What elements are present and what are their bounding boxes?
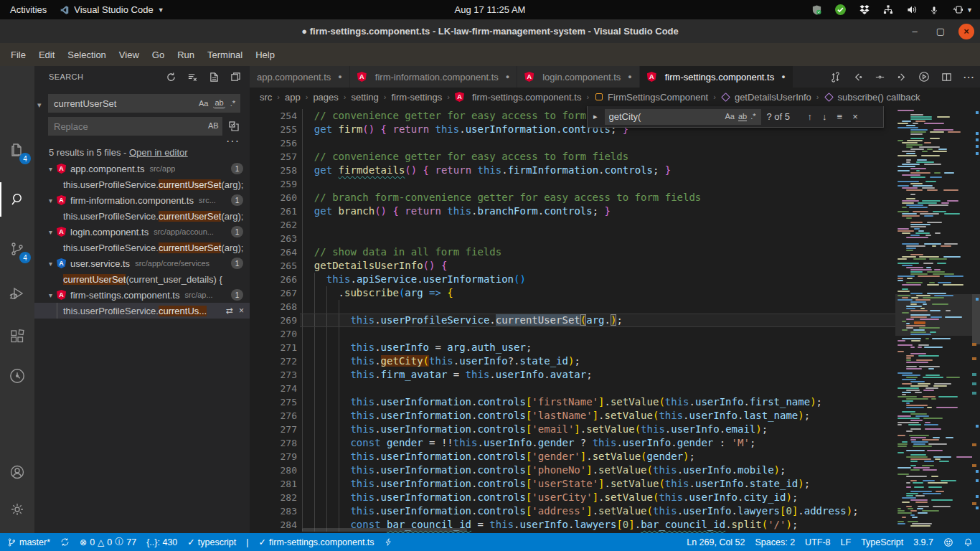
line-number[interactable]: 277 xyxy=(250,423,297,436)
code-line[interactable]: 259 xyxy=(250,177,895,191)
code-line[interactable]: 261 get branch() { return this.branchFor… xyxy=(250,204,895,218)
line-number[interactable]: 274 xyxy=(250,382,297,395)
code-line[interactable]: 280 this.userInformation.controls['phone… xyxy=(250,463,895,477)
code-line[interactable]: 263 xyxy=(250,232,895,245)
code-line[interactable]: 264 // show data in all form fields xyxy=(250,245,895,259)
next-change-icon[interactable] xyxy=(895,70,909,84)
app-menu[interactable]: Visual Studio Code ▼ xyxy=(60,4,164,15)
shield-status-icon[interactable] xyxy=(811,4,822,16)
code-line[interactable]: 262 xyxy=(250,218,895,232)
line-number[interactable]: 266 xyxy=(250,273,297,286)
git-compare-icon[interactable] xyxy=(828,70,842,84)
breadcrumb-item[interactable]: firm-settings.component.ts xyxy=(472,92,581,103)
line-number[interactable]: 261 xyxy=(250,204,297,218)
code-editor[interactable]: 254 // convenience getter for easy acces… xyxy=(250,106,895,533)
new-search-editor-icon[interactable] xyxy=(207,70,221,84)
code-line[interactable]: 275 this.userInformation.controls['first… xyxy=(250,395,895,409)
eol-setting[interactable]: LF xyxy=(841,537,852,547)
feedback-button[interactable] xyxy=(943,537,953,547)
code-line[interactable]: 267 .subscribe(arg => { xyxy=(250,286,895,300)
find-previous-icon[interactable]: ↑ xyxy=(806,111,815,122)
bracket-count-badge[interactable]: {..}: 430 xyxy=(146,537,177,547)
minimap[interactable] xyxy=(895,106,972,533)
code-line[interactable]: 282 this.userInformation.controls['userC… xyxy=(250,491,895,504)
toggle-replace-chevron[interactable]: ▾ xyxy=(37,100,42,110)
vertical-scrollbar-thumb[interactable] xyxy=(972,294,980,344)
previous-change-icon[interactable] xyxy=(850,70,864,84)
line-number[interactable]: 258 xyxy=(250,164,297,177)
whole-word-icon[interactable]: ab xyxy=(213,98,225,108)
replace-input[interactable] xyxy=(48,117,222,136)
find-in-selection-icon[interactable]: ≡ xyxy=(835,111,845,122)
tab-login.component.ts[interactable]: Alogin.component.ts● xyxy=(517,66,640,88)
horizontal-scrollbar[interactable] xyxy=(302,528,467,532)
breadcrumb-item[interactable]: subscribe() callback xyxy=(838,92,920,103)
code-line[interactable]: 276 this.userInformation.controls['lastN… xyxy=(250,409,895,423)
code-line[interactable]: 277 this.userInformation.controls['email… xyxy=(250,423,895,436)
line-number[interactable]: 282 xyxy=(250,491,297,504)
activity-account[interactable] xyxy=(0,455,34,489)
code-line[interactable]: 268 xyxy=(250,300,895,314)
line-number[interactable]: 270 xyxy=(250,327,297,341)
menu-file[interactable]: File xyxy=(4,46,32,64)
breadcrumb-item[interactable]: app xyxy=(285,92,301,103)
network-icon[interactable] xyxy=(882,4,894,15)
search-result-match[interactable]: this.userProfileService.currentUserSet(a… xyxy=(34,208,250,224)
find-next-icon[interactable]: ↓ xyxy=(820,111,829,122)
search-result-file[interactable]: ▾Auser.service.tssrc/app/core/services1 xyxy=(34,255,250,271)
breadcrumb-item[interactable]: getDetailsUserInfo xyxy=(735,92,811,103)
open-in-editor-link[interactable]: Open in editor xyxy=(129,147,188,158)
line-number[interactable]: 269 xyxy=(250,314,297,327)
line-number[interactable]: 268 xyxy=(250,300,297,314)
lint-status-file[interactable]: ✓firm-settings.component.ts xyxy=(259,537,374,547)
toggle-replace-chevron[interactable]: ▸ xyxy=(592,112,599,121)
minimize-button[interactable]: – xyxy=(907,24,923,39)
run-file-icon[interactable] xyxy=(917,70,931,84)
dropbox-indicator-icon[interactable] xyxy=(859,4,870,15)
activity-plugin[interactable] xyxy=(0,359,34,393)
regex-icon[interactable]: .* xyxy=(229,98,237,108)
code-line[interactable]: 257 // convenience getter for easy acces… xyxy=(250,150,895,164)
encoding-setting[interactable]: UTF-8 xyxy=(805,537,830,547)
tab-app.component.ts[interactable]: app.component.ts● xyxy=(250,66,350,88)
match-case-icon[interactable]: Aa xyxy=(197,98,209,108)
preserve-case-icon[interactable]: AB xyxy=(207,121,220,131)
tab-firm-settings.component.ts[interactable]: Afirm-settings.component.ts● xyxy=(640,66,793,88)
maximize-button[interactable]: ▢ xyxy=(933,24,948,39)
line-number[interactable]: 255 xyxy=(250,123,297,136)
split-editor-icon[interactable] xyxy=(939,70,953,84)
breadcrumb-item[interactable]: setting xyxy=(351,92,378,103)
problems-indicator[interactable]: ⊗0 △0 ⓘ77 xyxy=(80,536,136,548)
cursor-position[interactable]: Ln 269, Col 52 xyxy=(687,537,745,547)
notifications-button[interactable] xyxy=(963,537,973,547)
refresh-icon[interactable] xyxy=(164,70,178,84)
line-number[interactable]: 256 xyxy=(250,136,297,150)
change-marker-icon[interactable] xyxy=(872,70,887,84)
line-number[interactable]: 271 xyxy=(250,341,297,354)
line-number[interactable]: 272 xyxy=(250,354,297,368)
git-branch-indicator[interactable]: master* xyxy=(7,537,50,547)
code-line[interactable]: 256 xyxy=(250,136,895,150)
line-number[interactable]: 257 xyxy=(250,150,297,164)
search-result-match[interactable]: this.userProfileService.currentUs...⇄× xyxy=(34,303,250,319)
sync-indicator[interactable] xyxy=(60,537,70,547)
search-result-file[interactable]: ▾Alogin.component.tssrc/app/accoun...1 xyxy=(34,224,250,240)
whole-word-icon[interactable]: ab xyxy=(738,112,747,121)
search-result-file[interactable]: ▾Afirm-information.component.tssrc...1 xyxy=(34,192,250,208)
activity-explorer[interactable]: 4 xyxy=(0,133,34,167)
code-line[interactable]: 265 getDetailsUserInfo() { xyxy=(250,259,895,273)
code-line[interactable]: 258 get firmdetails() { return this.firm… xyxy=(250,164,895,177)
close-find-icon[interactable]: × xyxy=(850,111,860,122)
code-line[interactable]: 278 const gender = !!this.userInfo.gende… xyxy=(250,436,895,450)
code-line[interactable]: 281 this.userInformation.controls['userS… xyxy=(250,477,895,491)
language-mode[interactable]: TypeScript xyxy=(861,537,903,547)
search-result-file[interactable]: ▾Aapp.component.tssrc/app1 xyxy=(34,161,250,176)
open-in-editor-icon[interactable] xyxy=(228,70,242,84)
breadcrumb-item[interactable]: src xyxy=(260,92,272,103)
activity-source-control[interactable]: 4 xyxy=(0,232,34,266)
menu-run[interactable]: Run xyxy=(171,46,201,64)
code-line[interactable]: 274 xyxy=(250,382,895,395)
code-line[interactable]: 283 this.userInformation.controls['addre… xyxy=(250,504,895,518)
code-line[interactable]: 266 this.apiService.userInformation() xyxy=(250,273,895,286)
search-result-match[interactable]: this.userProfileService.currentUserSet(a… xyxy=(34,176,250,192)
